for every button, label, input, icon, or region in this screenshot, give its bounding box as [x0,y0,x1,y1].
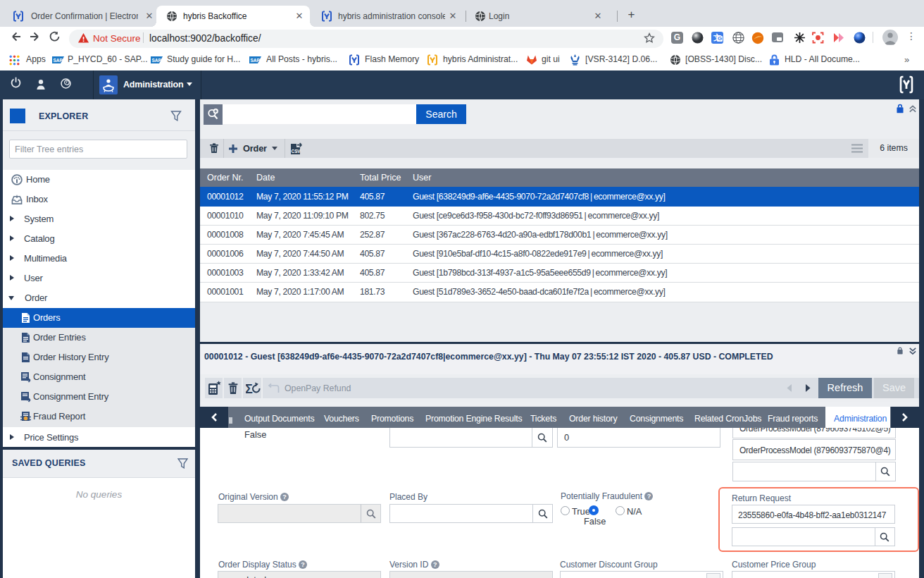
svg-text:Σ: Σ [246,382,253,395]
svg-text:CSV: CSV [292,149,301,154]
svg-text:SAP: SAP [251,58,261,63]
svg-text:SAP: SAP [54,58,63,63]
svg-text:SAP: SAP [152,58,162,63]
